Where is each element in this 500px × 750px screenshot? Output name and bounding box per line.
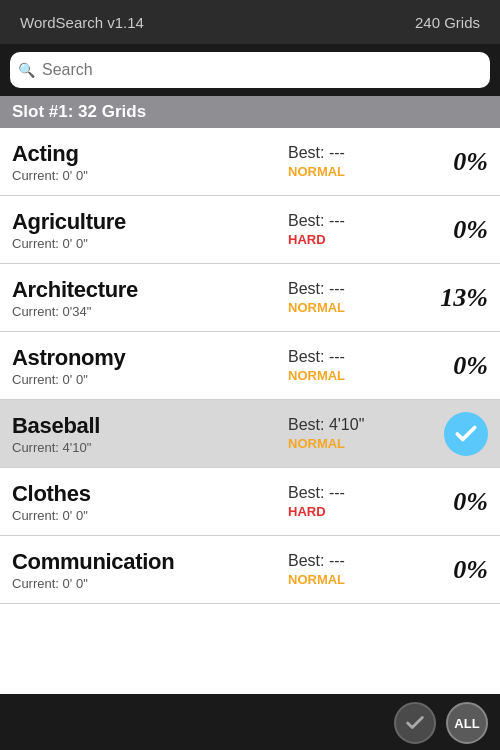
row-title: Astronomy [12,345,288,371]
row-percent: 13% [440,283,488,313]
row-right: 0% [418,147,488,177]
row-best: Best: --- [288,484,418,502]
row-left: ActingCurrent: 0' 0" [12,141,288,183]
row-title: Communication [12,549,288,575]
row-best: Best: --- [288,280,418,298]
grid-list[interactable]: ActingCurrent: 0' 0"Best: ---NORMAL0%Agr… [0,128,500,694]
slot-header: Slot #1: 32 Grids [0,96,500,128]
list-item[interactable]: CommunicationCurrent: 0' 0"Best: ---NORM… [0,536,500,604]
row-current: Current: 0' 0" [12,372,288,387]
check-button[interactable] [394,702,436,744]
check-icon [404,712,426,734]
row-best: Best: --- [288,552,418,570]
row-best: Best: --- [288,348,418,366]
row-percent: 0% [453,351,488,381]
row-title: Agriculture [12,209,288,235]
row-middle: Best: ---NORMAL [288,552,418,587]
all-label: ALL [454,716,479,731]
row-right: 13% [418,283,488,313]
row-left: AstronomyCurrent: 0' 0" [12,345,288,387]
row-difficulty: NORMAL [288,572,418,587]
row-middle: Best: ---NORMAL [288,348,418,383]
all-button[interactable]: ALL [446,702,488,744]
row-difficulty: NORMAL [288,164,418,179]
row-current: Current: 0' 0" [12,576,288,591]
list-item[interactable]: AstronomyCurrent: 0' 0"Best: ---NORMAL0% [0,332,500,400]
row-title: Baseball [12,413,288,439]
row-percent: 0% [453,555,488,585]
checkmark-icon [453,421,479,447]
row-left: CommunicationCurrent: 0' 0" [12,549,288,591]
search-input[interactable] [10,52,490,88]
list-item[interactable]: AgricultureCurrent: 0' 0"Best: ---HARD0% [0,196,500,264]
app-header: WordSearch v1.14 240 Grids [0,0,500,44]
row-current: Current: 0'34" [12,304,288,319]
row-middle: Best: ---HARD [288,484,418,519]
completed-badge [444,412,488,456]
row-difficulty: HARD [288,232,418,247]
row-left: AgricultureCurrent: 0' 0" [12,209,288,251]
slot-label: Slot #1: 32 Grids [12,102,146,121]
row-middle: Best: ---HARD [288,212,418,247]
row-middle: Best: ---NORMAL [288,144,418,179]
bottom-toolbar: ALL [0,696,500,750]
row-left: ArchitectureCurrent: 0'34" [12,277,288,319]
row-title: Clothes [12,481,288,507]
list-item[interactable]: ArchitectureCurrent: 0'34"Best: ---NORMA… [0,264,500,332]
row-right: 0% [418,215,488,245]
search-wrapper [10,52,490,88]
row-current: Current: 0' 0" [12,168,288,183]
row-difficulty: NORMAL [288,368,418,383]
row-left: ClothesCurrent: 0' 0" [12,481,288,523]
row-title: Architecture [12,277,288,303]
row-percent: 0% [453,487,488,517]
row-right: 0% [418,487,488,517]
search-bar [0,44,500,96]
row-left: BaseballCurrent: 4'10" [12,413,288,455]
row-best: Best: --- [288,144,418,162]
row-right: 0% [418,555,488,585]
row-right: 0% [418,351,488,381]
row-difficulty: NORMAL [288,436,418,451]
row-best: Best: 4'10" [288,416,418,434]
row-difficulty: HARD [288,504,418,519]
list-item[interactable]: ClothesCurrent: 0' 0"Best: ---HARD0% [0,468,500,536]
row-percent: 0% [453,147,488,177]
row-percent: 0% [453,215,488,245]
row-right [418,412,488,456]
row-best: Best: --- [288,212,418,230]
row-current: Current: 0' 0" [12,236,288,251]
row-title: Acting [12,141,288,167]
row-difficulty: NORMAL [288,300,418,315]
row-middle: Best: 4'10"NORMAL [288,416,418,451]
app-title: WordSearch v1.14 [20,14,144,31]
grids-count: 240 Grids [415,14,480,31]
row-middle: Best: ---NORMAL [288,280,418,315]
row-current: Current: 4'10" [12,440,288,455]
row-current: Current: 0' 0" [12,508,288,523]
list-item[interactable]: BaseballCurrent: 4'10"Best: 4'10"NORMAL [0,400,500,468]
list-item[interactable]: ActingCurrent: 0' 0"Best: ---NORMAL0% [0,128,500,196]
